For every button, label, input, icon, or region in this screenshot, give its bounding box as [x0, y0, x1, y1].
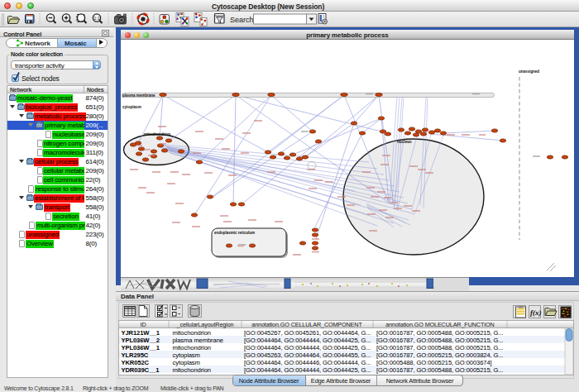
svg-text:[GO:0044464, GO:0044446, GO:00: [GO:0044464, GO:0044446, GO:0044444, G..… — [244, 359, 371, 366]
svg-text:cytoplasm: cytoplasm — [173, 359, 200, 366]
svg-text:[GO:0016787, GO:0005488, GO:00: [GO:0016787, GO:0005488, GO:0005215, G..… — [376, 329, 503, 337]
svg-text:mitochondrion: mitochondrion — [173, 366, 211, 374]
svg-text:[GO:0016787, GO:0005215, GO:00: [GO:0016787, GO:0005215, GO:0003824, G..… — [376, 351, 503, 359]
svg-text:[GO:0016787, GO:0005488, GO:00: [GO:0016787, GO:0005488, GO:0005215, G..… — [376, 337, 503, 344]
svg-text:[GO:0045263, GO:0044464, GO:00: [GO:0045263, GO:0044464, GO:0044455, G..… — [244, 351, 371, 359]
svg-text:YDR039C__1: YDR039C__1 — [122, 366, 160, 374]
svg-text:plasma membrane: plasma membrane — [122, 93, 156, 98]
svg-text:endoplasmic reticulum: endoplasmic reticulum — [214, 231, 255, 235]
svg-text:mitochondrion: mitochondrion — [173, 329, 211, 337]
svg-text:_cellularLayoutRegion: _cellularLayoutRegion — [175, 321, 233, 328]
svg-text:[GO:0044464, GO:0044444, GO:00: [GO:0044464, GO:0044444, GO:0044425, G..… — [244, 344, 371, 351]
svg-text:cytoplasm: cytoplasm — [173, 351, 200, 359]
svg-text:f(x): f(x) — [530, 308, 542, 317]
svg-text:nucleus: nucleus — [397, 140, 412, 144]
svg-text:YPL036W__2: YPL036W__2 — [122, 337, 160, 344]
svg-text:Search:: Search: — [230, 16, 256, 24]
svg-text:YLR295C: YLR295C — [122, 351, 149, 359]
svg-text:mitochondrion: mitochondrion — [173, 344, 211, 351]
svg-text:YJR121W__1: YJR121W__1 — [122, 329, 160, 337]
svg-text:annotation.GO CELLULAR_COMPONE: annotation.GO CELLULAR_COMPONENT — [251, 321, 362, 328]
svg-text:mitochondrion: mitochondrion — [144, 132, 170, 136]
svg-text:YKR052C: YKR052C — [122, 359, 150, 366]
svg-text:unassigned: unassigned — [519, 69, 539, 74]
svg-text:YPL036W__1: YPL036W__1 — [122, 344, 160, 351]
svg-text:plasma membrane: plasma membrane — [173, 337, 223, 344]
svg-text:ID: ID — [141, 321, 146, 328]
svg-text:[GO:0005488, GO:0005215, GO:00: [GO:0005488, GO:0005215, GO:0003674] — [376, 359, 492, 366]
svg-text:cytoplasm: cytoplasm — [122, 105, 141, 109]
svg-text:[GO:0044464, GO:0044444, GO:00: [GO:0044464, GO:0044444, GO:0044425, G..… — [244, 366, 371, 374]
svg-text:1:1: 1:1 — [94, 16, 100, 21]
svg-text:annotation.GO MOLECULAR_FUNCTI: annotation.GO MOLECULAR_FUNCTION — [385, 321, 494, 328]
svg-text:[GO:0016787, GO:0005488, GO:00: [GO:0016787, GO:0005488, GO:0005215, G..… — [376, 366, 503, 374]
svg-text:[GO:0016787, GO:0005488, GO:00: [GO:0016787, GO:0005488, GO:0005215, G..… — [376, 344, 503, 351]
svg-text:[GO:0044464, GO:0044444, GO:00: [GO:0044464, GO:0044444, GO:0044425, G..… — [244, 337, 371, 344]
svg-text:[GO:0045267, GO:0045261, GO:00: [GO:0045267, GO:0045261, GO:0044464, G..… — [244, 329, 371, 337]
